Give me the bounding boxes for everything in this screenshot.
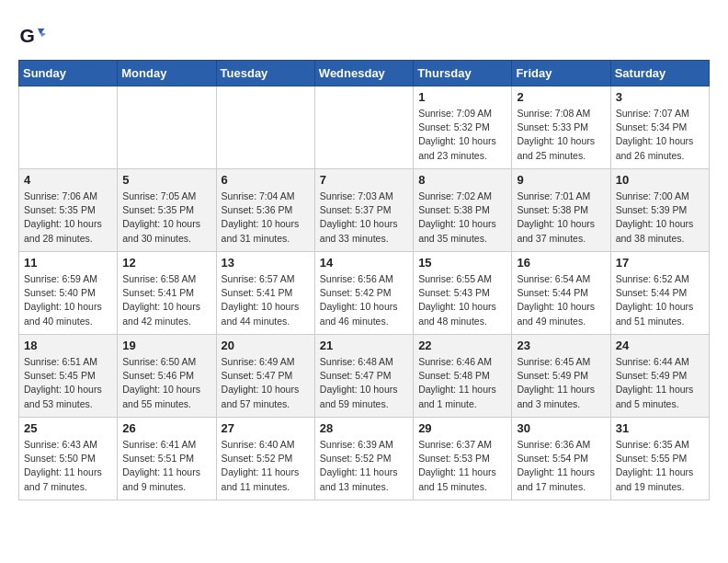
day-number: 5 <box>122 173 210 187</box>
day-number: 2 <box>517 90 605 104</box>
page-header: G <box>18 18 710 51</box>
day-info: Sunrise: 6:44 AM Sunset: 5:49 PM Dayligh… <box>616 355 704 411</box>
calendar-cell: 18Sunrise: 6:51 AM Sunset: 5:45 PM Dayli… <box>19 335 118 418</box>
calendar-cell: 1Sunrise: 7:09 AM Sunset: 5:32 PM Daylig… <box>414 86 512 169</box>
calendar-cell <box>118 86 216 169</box>
day-info: Sunrise: 6:54 AM Sunset: 5:44 PM Dayligh… <box>517 272 605 328</box>
calendar-cell: 29Sunrise: 6:37 AM Sunset: 5:53 PM Dayli… <box>414 418 512 500</box>
calendar-cell: 16Sunrise: 6:54 AM Sunset: 5:44 PM Dayli… <box>512 252 610 335</box>
day-number: 9 <box>517 173 605 187</box>
calendar-cell: 5Sunrise: 7:05 AM Sunset: 5:35 PM Daylig… <box>118 169 216 252</box>
calendar-cell: 3Sunrise: 7:07 AM Sunset: 5:34 PM Daylig… <box>610 86 709 169</box>
calendar-cell: 24Sunrise: 6:44 AM Sunset: 5:49 PM Dayli… <box>610 335 709 418</box>
day-info: Sunrise: 6:36 AM Sunset: 5:54 PM Dayligh… <box>517 438 605 494</box>
day-info: Sunrise: 7:00 AM Sunset: 5:39 PM Dayligh… <box>616 190 704 246</box>
day-number: 29 <box>418 421 506 435</box>
day-info: Sunrise: 6:50 AM Sunset: 5:46 PM Dayligh… <box>122 355 210 411</box>
logo-icon: G <box>18 23 46 51</box>
day-info: Sunrise: 6:59 AM Sunset: 5:40 PM Dayligh… <box>24 272 112 328</box>
day-number: 18 <box>24 339 112 352</box>
day-info: Sunrise: 6:41 AM Sunset: 5:51 PM Dayligh… <box>122 438 210 494</box>
calendar-cell <box>314 86 413 169</box>
weekday-header-tuesday: Tuesday <box>216 61 314 86</box>
day-number: 16 <box>517 256 605 270</box>
day-number: 15 <box>418 256 506 270</box>
day-number: 17 <box>616 256 704 270</box>
weekday-header-thursday: Thursday <box>414 61 512 86</box>
day-info: Sunrise: 6:46 AM Sunset: 5:48 PM Dayligh… <box>418 355 506 411</box>
day-info: Sunrise: 6:49 AM Sunset: 5:47 PM Dayligh… <box>222 355 310 411</box>
day-number: 31 <box>616 421 704 435</box>
calendar-cell: 21Sunrise: 6:48 AM Sunset: 5:47 PM Dayli… <box>314 335 413 418</box>
calendar-cell: 17Sunrise: 6:52 AM Sunset: 5:44 PM Dayli… <box>610 252 709 335</box>
day-number: 24 <box>616 339 704 352</box>
calendar-week-3: 11Sunrise: 6:59 AM Sunset: 5:40 PM Dayli… <box>19 252 710 335</box>
day-info: Sunrise: 6:37 AM Sunset: 5:53 PM Dayligh… <box>418 438 506 494</box>
calendar-cell: 14Sunrise: 6:56 AM Sunset: 5:42 PM Dayli… <box>314 252 413 335</box>
day-info: Sunrise: 7:09 AM Sunset: 5:32 PM Dayligh… <box>418 107 506 163</box>
day-number: 12 <box>122 256 210 270</box>
day-info: Sunrise: 6:48 AM Sunset: 5:47 PM Dayligh… <box>320 355 408 411</box>
day-info: Sunrise: 6:55 AM Sunset: 5:43 PM Dayligh… <box>418 272 506 328</box>
day-info: Sunrise: 7:01 AM Sunset: 5:38 PM Dayligh… <box>517 190 605 246</box>
logo: G <box>18 23 50 51</box>
calendar-cell: 28Sunrise: 6:39 AM Sunset: 5:52 PM Dayli… <box>314 418 413 500</box>
calendar-week-1: 1Sunrise: 7:09 AM Sunset: 5:32 PM Daylig… <box>19 86 710 169</box>
calendar-cell: 26Sunrise: 6:41 AM Sunset: 5:51 PM Dayli… <box>118 418 216 500</box>
calendar-week-5: 25Sunrise: 6:43 AM Sunset: 5:50 PM Dayli… <box>19 418 710 500</box>
day-info: Sunrise: 6:56 AM Sunset: 5:42 PM Dayligh… <box>320 272 408 328</box>
day-info: Sunrise: 7:04 AM Sunset: 5:36 PM Dayligh… <box>222 190 310 246</box>
calendar-cell: 12Sunrise: 6:58 AM Sunset: 5:41 PM Dayli… <box>118 252 216 335</box>
day-info: Sunrise: 6:58 AM Sunset: 5:41 PM Dayligh… <box>122 272 210 328</box>
day-number: 7 <box>320 173 408 187</box>
weekday-header-saturday: Saturday <box>610 61 709 86</box>
day-number: 23 <box>517 339 605 352</box>
calendar-body: 1Sunrise: 7:09 AM Sunset: 5:32 PM Daylig… <box>19 86 710 500</box>
day-info: Sunrise: 6:52 AM Sunset: 5:44 PM Dayligh… <box>616 272 704 328</box>
calendar-cell: 2Sunrise: 7:08 AM Sunset: 5:33 PM Daylig… <box>512 86 610 169</box>
weekday-header-friday: Friday <box>512 61 610 86</box>
calendar-cell: 22Sunrise: 6:46 AM Sunset: 5:48 PM Dayli… <box>414 335 512 418</box>
day-number: 26 <box>122 421 210 435</box>
day-info: Sunrise: 7:06 AM Sunset: 5:35 PM Dayligh… <box>24 190 112 246</box>
calendar-cell: 13Sunrise: 6:57 AM Sunset: 5:41 PM Dayli… <box>216 252 314 335</box>
day-info: Sunrise: 7:05 AM Sunset: 5:35 PM Dayligh… <box>122 190 210 246</box>
weekday-header-sunday: Sunday <box>19 61 118 86</box>
calendar-cell: 25Sunrise: 6:43 AM Sunset: 5:50 PM Dayli… <box>19 418 118 500</box>
calendar-cell: 6Sunrise: 7:04 AM Sunset: 5:36 PM Daylig… <box>216 169 314 252</box>
calendar-cell: 23Sunrise: 6:45 AM Sunset: 5:49 PM Dayli… <box>512 335 610 418</box>
day-info: Sunrise: 6:35 AM Sunset: 5:55 PM Dayligh… <box>616 438 704 494</box>
day-number: 28 <box>320 421 408 435</box>
calendar-cell: 4Sunrise: 7:06 AM Sunset: 5:35 PM Daylig… <box>19 169 118 252</box>
calendar-cell: 27Sunrise: 6:40 AM Sunset: 5:52 PM Dayli… <box>216 418 314 500</box>
day-number: 8 <box>418 173 506 187</box>
calendar-header: SundayMondayTuesdayWednesdayThursdayFrid… <box>19 61 710 86</box>
day-info: Sunrise: 6:40 AM Sunset: 5:52 PM Dayligh… <box>222 438 310 494</box>
day-info: Sunrise: 6:43 AM Sunset: 5:50 PM Dayligh… <box>24 438 112 494</box>
day-number: 3 <box>616 90 704 104</box>
calendar-cell: 19Sunrise: 6:50 AM Sunset: 5:46 PM Dayli… <box>118 335 216 418</box>
day-info: Sunrise: 7:02 AM Sunset: 5:38 PM Dayligh… <box>418 190 506 246</box>
day-info: Sunrise: 6:57 AM Sunset: 5:41 PM Dayligh… <box>222 272 310 328</box>
day-info: Sunrise: 6:51 AM Sunset: 5:45 PM Dayligh… <box>24 355 112 411</box>
calendar-cell: 9Sunrise: 7:01 AM Sunset: 5:38 PM Daylig… <box>512 169 610 252</box>
day-number: 30 <box>517 421 605 435</box>
day-number: 13 <box>222 256 310 270</box>
day-number: 10 <box>616 173 704 187</box>
weekday-header-monday: Monday <box>118 61 216 86</box>
day-info: Sunrise: 7:03 AM Sunset: 5:37 PM Dayligh… <box>320 190 408 246</box>
day-number: 1 <box>418 90 506 104</box>
day-info: Sunrise: 7:07 AM Sunset: 5:34 PM Dayligh… <box>616 107 704 163</box>
day-info: Sunrise: 7:08 AM Sunset: 5:33 PM Dayligh… <box>517 107 605 163</box>
svg-text:G: G <box>20 25 35 46</box>
calendar-cell: 31Sunrise: 6:35 AM Sunset: 5:55 PM Dayli… <box>610 418 709 500</box>
calendar-cell: 7Sunrise: 7:03 AM Sunset: 5:37 PM Daylig… <box>314 169 413 252</box>
calendar-cell: 30Sunrise: 6:36 AM Sunset: 5:54 PM Dayli… <box>512 418 610 500</box>
weekday-row: SundayMondayTuesdayWednesdayThursdayFrid… <box>19 61 710 86</box>
day-number: 11 <box>24 256 112 270</box>
day-number: 6 <box>222 173 310 187</box>
calendar-cell <box>216 86 314 169</box>
day-number: 27 <box>222 421 310 435</box>
calendar-cell: 8Sunrise: 7:02 AM Sunset: 5:38 PM Daylig… <box>414 169 512 252</box>
calendar-cell: 10Sunrise: 7:00 AM Sunset: 5:39 PM Dayli… <box>610 169 709 252</box>
